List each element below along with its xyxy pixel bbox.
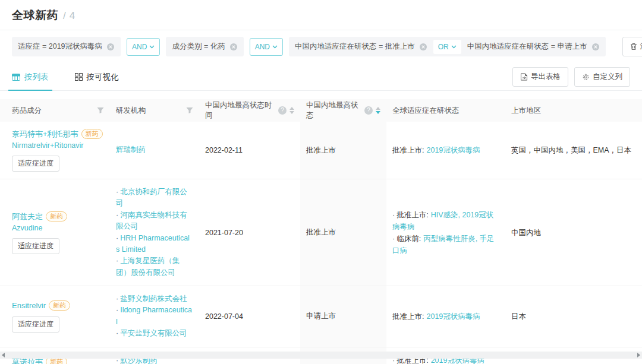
bullet: · [116,257,118,265]
filter-bar: 适应症 = 2019冠状病毒病 AND 成分类别 = 化药 AND 中国内地适应… [0,30,642,62]
scroll-left-icon[interactable] [2,353,5,357]
col-label: 全球适应症在研状态 [392,106,460,116]
title-separator: / [63,10,66,22]
table-row: Ensitrelvir新药适应症进度·盐野义制药株式会社·Ildong Phar… [0,286,642,347]
drug-name-link[interactable]: 奈玛特韦+利托那韦 [12,129,78,138]
stage-label: 批准上市: [392,312,424,321]
operator-or-wrap: OR [433,40,461,54]
cn-status-cell: 批准上市 [300,179,386,286]
org-link[interactable]: 北京协和药厂有限公司 [116,188,187,207]
org-line: ·盐野义制药株式会社 [116,293,193,305]
clear-filters-button[interactable]: 清空 [622,37,642,56]
table-toolbar: 导出表格 自定义列 [512,67,630,87]
scroll-right-icon[interactable] [637,353,640,357]
col-developer: 研发机构 [110,99,199,122]
bullet: · [392,211,395,219]
table-row: 奈玛特韦+利托那韦新药Nirmatrelvir+Ritonavir适应症进度辉瑞… [0,122,642,179]
customize-label: 自定义列 [593,72,622,82]
filter-funnel-icon[interactable] [97,107,104,114]
developer-cell: ·盐野义制药株式会社·Ildong Pharmaceutical·平安盐野义有限… [110,286,199,347]
bullet: · [116,188,118,196]
help-icon[interactable]: ? [278,106,287,115]
org-link[interactable]: Ildong Pharmaceutical [116,306,192,325]
bullet: · [116,329,118,337]
filter-tag-status-applied[interactable]: 中国内地适应症在研状态 = 申请上市 [461,37,606,56]
bullet: · [116,234,118,242]
org-link[interactable]: 盐野义制药株式会社 [120,295,187,303]
filter-group-status: 中国内地适应症在研状态 = 批准上市 OR 中国内地适应症在研状态 = 申请上市 [289,37,606,56]
global-new-drug-page: 全球新药 / 4 适应症 = 2019冠状病毒病 AND 成分类别 = 化药 A… [0,0,642,364]
org-link[interactable]: HRH Pharmaceuticals Limited [116,234,190,254]
cn-status-cell: 批准上市 [300,122,386,179]
filter-tag-status-approved[interactable]: 中国内地适应症在研状态 = 批准上市 [289,37,433,56]
filter-tag-label: 适应症 = 2019冠状病毒病 [18,42,102,52]
org-line: ·北京协和药厂有限公司 [116,186,193,210]
indication-progress-button[interactable]: 适应症进度 [12,316,59,333]
global-status-cell: 批准上市:2019冠状病毒病 [386,286,505,347]
indication-links[interactable]: 2019冠状病毒病 [426,312,480,321]
org-line: ·上海复星医药（集团）股份有限公司 [116,255,193,278]
col-label: 研发机构 [116,106,146,116]
drug-name-line: Ensitrelvir新药 [12,300,104,311]
drug-name-link[interactable]: Ensitrelvir [12,301,46,310]
gear-icon [582,73,590,81]
new-drug-badge: 新药 [49,300,70,311]
close-circle-icon[interactable] [419,43,427,51]
close-circle-icon[interactable] [106,43,115,51]
filter-tag-indication[interactable]: 适应症 = 2019冠状病毒病 [12,37,121,56]
drug-component-cell: Ensitrelvir新药适应症进度 [0,286,110,347]
status-date-cell: 2022-02-11 [199,122,300,179]
table-row: 阿兹夫定新药Azvudine适应症进度·北京协和药厂有限公司·河南真实生物科技有… [0,179,642,286]
operator-and-1[interactable]: AND [127,38,160,56]
indication-progress-button[interactable]: 适应症进度 [12,156,59,172]
operator-and-2[interactable]: AND [250,38,283,56]
indication-links[interactable]: 2019冠状病毒病 [426,146,480,154]
customize-columns-button[interactable]: 自定义列 [574,67,630,87]
col-cn-highest-status: 中国内地最高状态 ? [300,99,386,122]
drug-name-link[interactable]: 阿兹夫定 [12,212,43,221]
close-circle-icon[interactable] [229,43,238,51]
filter-funnel-icon[interactable] [186,107,193,114]
drug-name-en-link[interactable]: Nirmatrelvir+Ritonavir [12,141,104,150]
operator-or[interactable]: OR [433,40,461,54]
bullet: · [116,306,118,314]
regions-cell: 日本 [505,286,642,347]
org-link[interactable]: 上海复星医药（集团）股份有限公司 [116,257,180,276]
tab-visualization-view[interactable]: 按可视化 [75,64,119,90]
global-status-line: ·批准上市:HIV感染, 2019冠状病毒病 [392,209,499,233]
drug-name-en-link[interactable]: Azvudine [12,224,104,232]
col-label: 中国内地最高状态 [306,100,361,121]
trash-icon [630,43,637,50]
bullet: · [392,235,395,243]
close-circle-icon[interactable] [591,43,600,51]
regions-cell: 中国内地 [505,179,642,286]
org-link[interactable]: 河南真实生物科技有限公司 [116,211,187,230]
operator-label: AND [255,43,270,51]
org-line: ·河南真实生物科技有限公司 [116,210,193,233]
chevron-down-icon [272,45,278,49]
filter-tag-component[interactable]: 成分类别 = 化药 [166,37,243,56]
indication-progress-button[interactable]: 适应症进度 [12,238,59,254]
export-table-button[interactable]: 导出表格 [512,67,568,87]
org-link[interactable]: 辉瑞制药 [116,145,146,154]
org-line: ·Ildong Pharmaceutical [116,305,193,328]
title-bar: 全球新药 / 4 [0,0,642,30]
tab-visual-label: 按可视化 [87,72,119,83]
tab-list-view[interactable]: 按列表 [12,64,49,90]
global-status-cell: 批准上市:2019冠状病毒病 [386,122,505,179]
filter-tag-label: 中国内地适应症在研状态 = 批准上市 [295,42,415,52]
col-drug-component: 药品成分 [0,99,110,122]
col-cn-highest-status-date: 中国内地最高状态时间 ? [199,99,300,122]
sort-control-active[interactable] [376,107,380,114]
horizontal-scrollbar[interactable] [0,352,642,359]
operator-label: AND [132,43,147,51]
table-body: 奈玛特韦+利托那韦新药Nirmatrelvir+Ritonavir适应症进度辉瑞… [0,122,642,364]
help-icon[interactable]: ? [364,106,373,115]
regions-cell: 英国，中国内地，美国，EMA，日本 [505,122,642,179]
org-link[interactable]: 平安盐野义有限公司 [120,329,187,337]
drug-name-line: 阿兹夫定新药 [12,211,104,222]
col-label: 上市地区 [511,106,541,116]
new-drug-badge: 新药 [46,211,67,221]
sort-control[interactable] [289,107,294,114]
filter-tag-label: 中国内地适应症在研状态 = 申请上市 [467,42,587,52]
